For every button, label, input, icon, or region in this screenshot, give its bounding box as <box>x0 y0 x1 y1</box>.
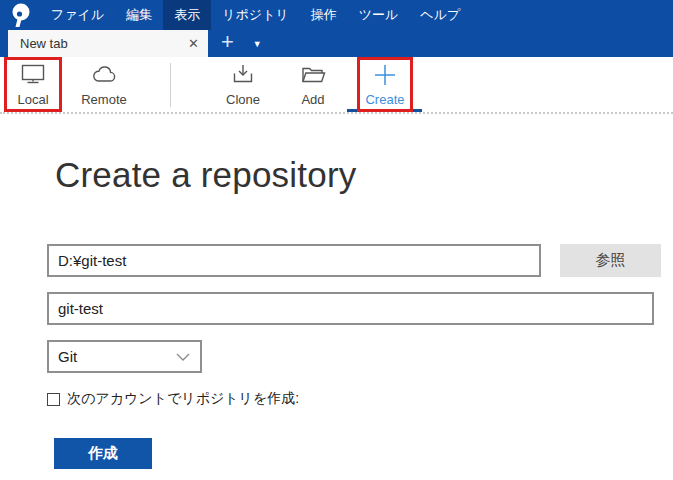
tab-label: New tab <box>20 36 188 51</box>
menu-actions[interactable]: 操作 <box>300 0 348 30</box>
chevron-down-icon <box>176 353 190 361</box>
account-checkbox-label: 次のアカウントでリポジトリを作成: <box>67 390 299 408</box>
page-title: Create a repository <box>55 152 673 198</box>
menu-file[interactable]: ファイル <box>40 0 115 30</box>
menu-bar: ファイル 編集 表示 リポジトリ 操作 ツール ヘルプ <box>0 0 673 30</box>
toolbar-add-button[interactable]: Add <box>287 58 339 110</box>
account-checkbox[interactable] <box>47 393 60 406</box>
app-window: ファイル 編集 表示 リポジトリ 操作 ツール ヘルプ New tab ✕ + … <box>0 0 673 480</box>
destination-path-row: 参照 <box>47 244 673 277</box>
account-checkbox-row: 次のアカウントでリポジトリを作成: <box>47 390 673 408</box>
repo-type-value: Git <box>58 348 77 365</box>
new-tab-button[interactable]: + <box>208 30 245 57</box>
menu-repository[interactable]: リポジトリ <box>211 0 300 30</box>
toolbar-local-button[interactable]: Local <box>8 58 58 110</box>
menu-view[interactable]: 表示 <box>163 0 211 30</box>
repo-name-input[interactable] <box>47 292 654 325</box>
toolbar-create-button[interactable]: Create <box>360 58 410 110</box>
download-icon <box>229 58 257 92</box>
monitor-icon <box>19 58 47 92</box>
browse-button[interactable]: 参照 <box>560 244 661 277</box>
create-repository-panel: Create a repository 参照 Git 次のアカウントでリポジトリ… <box>0 152 673 469</box>
toolbar-add-label: Add <box>301 92 324 107</box>
sourcetree-logo-icon <box>9 2 33 28</box>
toolbar: Local Remote Clone <box>0 57 673 114</box>
chevron-down-icon: ▼ <box>253 39 262 49</box>
cloud-icon <box>90 58 118 92</box>
close-icon[interactable]: ✕ <box>188 37 199 50</box>
toolbar-remote-button[interactable]: Remote <box>73 58 135 110</box>
repo-type-row: Git <box>47 340 673 373</box>
toolbar-clone-button[interactable]: Clone <box>215 58 271 110</box>
repo-name-row <box>47 292 673 325</box>
repo-type-select[interactable]: Git <box>47 340 202 373</box>
plus-icon: + <box>221 29 234 54</box>
submit-row: 作成 <box>47 438 673 469</box>
tab-list-dropdown[interactable]: ▼ <box>245 39 270 49</box>
folder-icon <box>299 58 327 92</box>
tab-new-tab[interactable]: New tab ✕ <box>8 30 208 57</box>
menu-help[interactable]: ヘルプ <box>409 0 471 30</box>
create-repository-button[interactable]: 作成 <box>54 438 152 469</box>
create-selected-underline <box>347 109 422 112</box>
toolbar-create-label: Create <box>365 92 404 107</box>
toolbar-remote-label: Remote <box>81 92 127 107</box>
toolbar-clone-label: Clone <box>226 92 260 107</box>
destination-path-input[interactable] <box>47 244 541 277</box>
plus-icon <box>371 58 399 92</box>
menu-tools[interactable]: ツール <box>348 0 410 30</box>
menu-edit[interactable]: 編集 <box>115 0 163 30</box>
tab-bar: New tab ✕ + ▼ <box>0 30 673 57</box>
toolbar-separator <box>170 63 171 107</box>
toolbar-local-label: Local <box>17 92 48 107</box>
